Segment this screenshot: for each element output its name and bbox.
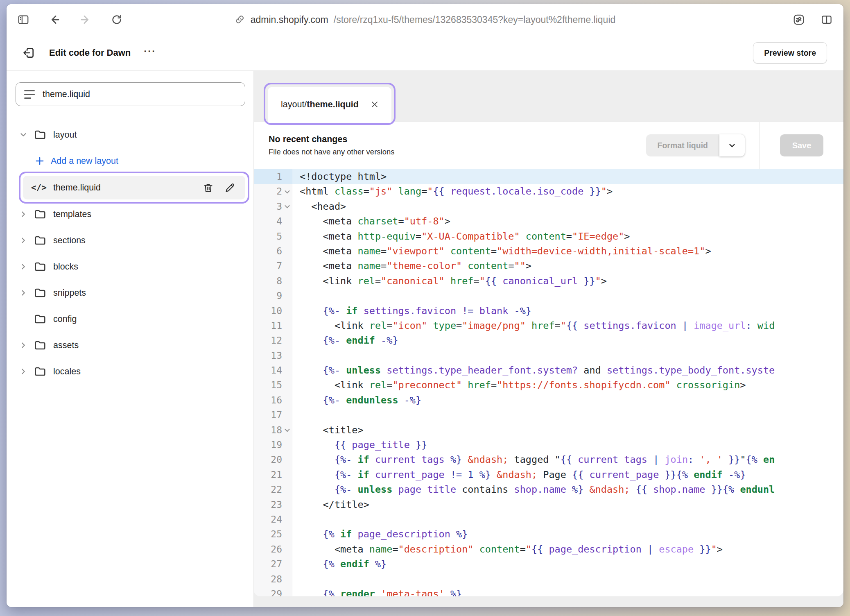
back-icon[interactable]	[48, 14, 61, 26]
save-button[interactable]: Save	[780, 134, 824, 156]
line-number: 4	[276, 214, 282, 229]
fold-chevron-icon[interactable]	[282, 199, 292, 214]
code-line-21[interactable]: 21 {%- if current_page != 1 %} &ndash; P…	[254, 467, 843, 482]
format-liquid-caret-button[interactable]	[719, 134, 745, 156]
code-line-5[interactable]: 5 <meta http-equiv="X-UA-Compatible" con…	[254, 229, 843, 244]
tree-item-snippets[interactable]: snippets	[7, 280, 253, 306]
sidebar-toggle-icon[interactable]	[17, 14, 29, 26]
code-line-26[interactable]: 26 <meta name="description" content="{{ …	[254, 542, 843, 557]
trash-icon[interactable]	[203, 182, 214, 193]
fold-chevron-icon[interactable]	[282, 423, 292, 437]
tree-item-blocks[interactable]: blocks	[7, 254, 253, 280]
reload-icon[interactable]	[111, 14, 123, 26]
code-line-10[interactable]: 10 {%- if settings.favicon != blank -%}	[254, 303, 843, 318]
tree-item-templates[interactable]: templates	[7, 201, 253, 227]
split-view-icon[interactable]	[821, 14, 833, 26]
code-line-9[interactable]: 9	[254, 288, 843, 303]
code-line-7[interactable]: 7 <meta name="theme-color" content="">	[254, 258, 843, 273]
line-number: 20	[271, 452, 282, 467]
fold-spacer	[282, 348, 292, 363]
tree-item-theme.liquid-selected[interactable]: </>theme.liquid	[23, 176, 245, 199]
code-line-18[interactable]: 18 <title>	[254, 423, 843, 437]
line-number: 15	[271, 378, 282, 392]
exit-icon[interactable]	[22, 46, 35, 59]
line-number-gutter: 8	[254, 274, 292, 288]
tree-item-add-a-new-layout[interactable]: Add a new layout	[7, 148, 253, 174]
line-number-gutter: 28	[254, 572, 292, 587]
search-input[interactable]	[42, 89, 237, 100]
code-line-text: {%- if settings.favicon != blank -%}	[292, 303, 531, 318]
file-search-box[interactable]	[16, 82, 245, 106]
tree-item-label: snippets	[53, 288, 86, 298]
line-number: 28	[271, 572, 282, 587]
code-line-13[interactable]: 13	[254, 348, 843, 363]
line-number: 9	[276, 288, 282, 303]
tree-item-config[interactable]: config	[7, 306, 253, 332]
tree-item-locales[interactable]: locales	[7, 358, 253, 385]
code-line-19[interactable]: 19 {{ page_title }}	[254, 437, 843, 452]
url-host: admin.shopify.com	[251, 14, 328, 25]
fold-spacer	[282, 378, 292, 392]
preview-store-button[interactable]: Preview store	[753, 42, 827, 63]
chevron-right-icon[interactable]	[19, 341, 28, 350]
close-tab-icon[interactable]	[370, 100, 379, 109]
forward-icon[interactable]	[79, 14, 92, 26]
code-line-text	[292, 348, 300, 363]
pencil-icon[interactable]	[224, 182, 235, 193]
code-line-23[interactable]: 23 </title>	[254, 497, 843, 512]
code-line-12[interactable]: 12 {%- endif -%}	[254, 333, 843, 348]
code-line-6[interactable]: 6 <meta name="viewport" content="width=d…	[254, 244, 843, 258]
tree-item-layout[interactable]: layout	[7, 122, 253, 148]
code-line-text: {%- endif -%}	[292, 333, 398, 348]
code-line-16[interactable]: 16 {%- endunless -%}	[254, 393, 843, 408]
line-number-gutter: 17	[254, 408, 292, 422]
line-number-gutter: 5	[254, 229, 292, 244]
line-number: 7	[276, 258, 282, 273]
code-line-25[interactable]: 25 {% if page_description %}	[254, 527, 843, 541]
code-area: 1<!doctype html>2<html class="js" lang="…	[254, 169, 843, 596]
chevron-down-icon	[728, 141, 737, 150]
tree-item-sections[interactable]: sections	[7, 227, 253, 254]
fold-chevron-icon[interactable]	[282, 184, 292, 199]
code-line-20[interactable]: 20 {%- if current_tags %} &ndash; tagged…	[254, 452, 843, 467]
chevron-right-icon[interactable]	[19, 236, 28, 245]
link-icon	[235, 14, 245, 25]
code-line-2[interactable]: 2<html class="js" lang="{{ request.local…	[254, 184, 843, 199]
format-liquid-button[interactable]: Format liquid	[646, 134, 720, 156]
code-line-22[interactable]: 22 {%- unless page_title contains shop.n…	[254, 482, 843, 497]
code-line-17[interactable]: 17	[254, 408, 843, 422]
line-number-gutter: 18	[254, 423, 292, 437]
folder-icon	[34, 260, 47, 273]
code-line-24[interactable]: 24	[254, 512, 843, 527]
chevron-down-icon[interactable]	[19, 130, 28, 139]
chevron-right-icon[interactable]	[19, 210, 28, 219]
code-line-4[interactable]: 4 <meta charset="utf-8">	[254, 214, 843, 229]
chevron-right-icon[interactable]	[19, 367, 28, 376]
code-line-text: <title>	[292, 423, 364, 437]
more-menu-button[interactable]: ···	[144, 46, 156, 59]
code-line-1[interactable]: 1<!doctype html>	[254, 169, 843, 184]
code-line-27[interactable]: 27 {% endif %}	[254, 557, 843, 571]
code-line-11[interactable]: 11 <link rel="icon" type="image/png" hre…	[254, 318, 843, 333]
code-line-text: <meta http-equiv="X-UA-Compatible" conte…	[292, 229, 630, 244]
code-line-15[interactable]: 15 <link rel="preconnect" href="https://…	[254, 378, 843, 392]
tree-item-assets[interactable]: assets	[7, 332, 253, 358]
address-bar[interactable]: admin.shopify.com/store/rzq1xu-f5/themes…	[235, 14, 616, 25]
code-line-text: {{ page_title }}	[292, 437, 427, 452]
fold-spacer	[282, 452, 292, 467]
line-number-gutter: 16	[254, 393, 292, 408]
code-editor[interactable]: 1<!doctype html>2<html class="js" lang="…	[254, 169, 843, 596]
page-settings-icon[interactable]	[793, 14, 805, 26]
chevron-right-icon[interactable]	[19, 288, 28, 297]
line-number: 22	[271, 482, 282, 497]
code-line-29[interactable]: 29 {% render 'meta-tags' %}	[254, 587, 843, 596]
code-line-28[interactable]: 28	[254, 572, 843, 587]
line-number: 17	[271, 408, 282, 422]
code-line-3[interactable]: 3 <head>	[254, 199, 843, 214]
code-line-14[interactable]: 14 {%- unless settings.type_header_font.…	[254, 363, 843, 378]
fold-spacer	[282, 363, 292, 378]
tab-layout-theme-liquid[interactable]: layout/theme.liquid	[268, 87, 391, 122]
chevron-spacer	[19, 315, 28, 324]
code-line-8[interactable]: 8 <link rel="canonical" href="{{ canonic…	[254, 274, 843, 288]
chevron-right-icon[interactable]	[19, 262, 28, 271]
